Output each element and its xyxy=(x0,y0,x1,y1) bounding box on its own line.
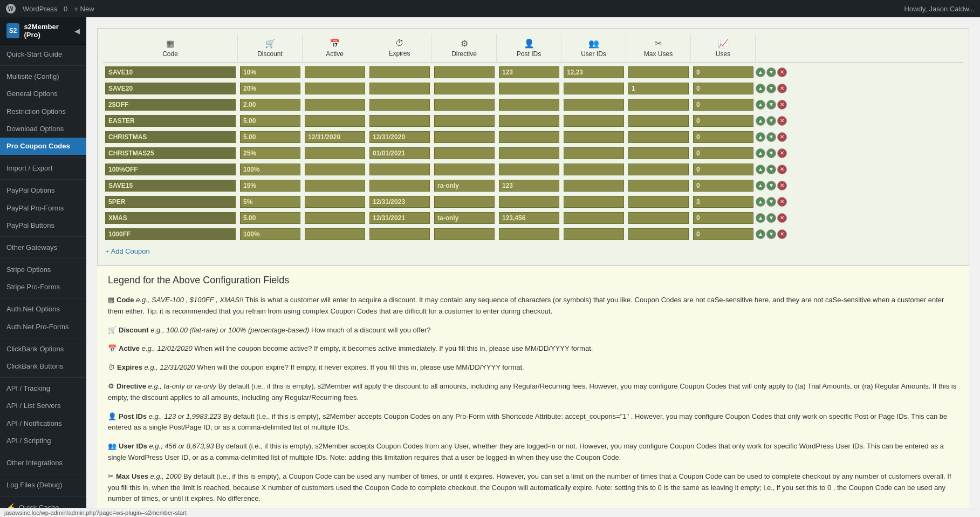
coupon-field-input[interactable] xyxy=(240,164,300,175)
sidebar-item-clickbank-buttons[interactable]: ClickBank Buttons xyxy=(0,358,86,375)
coupon-field-input[interactable] xyxy=(628,83,689,94)
delete-coupon-button[interactable]: ✕ xyxy=(777,100,787,110)
new-bar[interactable]: + New xyxy=(74,5,94,13)
coupon-field-input[interactable] xyxy=(240,180,300,192)
coupon-field-input[interactable] xyxy=(628,131,689,143)
coupon-field-input[interactable] xyxy=(305,147,365,159)
coupon-field-input[interactable] xyxy=(240,66,300,78)
coupon-field-input[interactable] xyxy=(240,212,300,224)
coupon-field-input[interactable] xyxy=(693,147,753,159)
sidebar-item-api-notifications[interactable]: API / Notifications xyxy=(0,415,86,432)
delete-coupon-button[interactable]: ✕ xyxy=(777,132,787,142)
sidebar-item-other-integrations[interactable]: Other Integrations xyxy=(0,454,86,472)
delete-coupon-button[interactable]: ✕ xyxy=(777,84,787,93)
sidebar-item-log-files[interactable]: Log Files (Debug) xyxy=(0,477,86,494)
coupon-field-input[interactable] xyxy=(564,66,624,78)
move-down-button[interactable]: ▼ xyxy=(766,165,776,174)
delete-coupon-button[interactable]: ✕ xyxy=(777,148,787,158)
move-down-button[interactable]: ▼ xyxy=(766,197,776,207)
coupon-field-input[interactable] xyxy=(628,115,689,127)
coupon-field-input[interactable] xyxy=(305,99,365,111)
coupon-field-input[interactable] xyxy=(693,115,753,127)
move-up-button[interactable]: ▲ xyxy=(756,132,765,142)
delete-coupon-button[interactable]: ✕ xyxy=(777,229,787,239)
coupon-field-input[interactable] xyxy=(499,115,559,127)
coupon-code-input[interactable] xyxy=(105,83,236,94)
move-up-button[interactable]: ▲ xyxy=(756,116,765,126)
coupon-field-input[interactable] xyxy=(369,131,430,143)
move-up-button[interactable]: ▲ xyxy=(756,213,765,223)
coupon-field-input[interactable] xyxy=(369,228,430,240)
coupon-field-input[interactable] xyxy=(499,66,559,78)
move-up-button[interactable]: ▲ xyxy=(756,165,765,174)
coupon-field-input[interactable] xyxy=(369,147,430,159)
coupon-field-input[interactable] xyxy=(434,115,495,127)
coupon-field-input[interactable] xyxy=(564,147,624,159)
sidebar-item-api-list-servers[interactable]: API / List Servers xyxy=(0,397,86,414)
sidebar-item-paypal-options[interactable]: PayPal Options xyxy=(0,182,86,199)
coupon-field-input[interactable] xyxy=(628,147,689,159)
move-up-button[interactable]: ▲ xyxy=(756,181,765,191)
coupon-field-input[interactable] xyxy=(564,131,624,143)
move-up-button[interactable]: ▲ xyxy=(756,148,765,158)
move-down-button[interactable]: ▼ xyxy=(766,116,776,126)
move-down-button[interactable]: ▼ xyxy=(766,181,776,191)
delete-coupon-button[interactable]: ✕ xyxy=(777,67,787,77)
coupon-field-input[interactable] xyxy=(434,66,495,78)
coupon-field-input[interactable] xyxy=(434,131,495,143)
sidebar-item-other-gateways[interactable]: Other Gateways xyxy=(0,239,86,256)
coupon-field-input[interactable] xyxy=(305,66,365,78)
coupon-field-input[interactable] xyxy=(434,99,495,111)
move-up-button[interactable]: ▲ xyxy=(756,100,765,110)
sidebar-item-restriction-options[interactable]: Restriction Options xyxy=(0,103,86,120)
delete-coupon-button[interactable]: ✕ xyxy=(777,213,787,223)
coupon-field-input[interactable] xyxy=(305,83,365,94)
sidebar-item-multisite[interactable]: Multisite (Config) xyxy=(0,68,86,85)
coupon-field-input[interactable] xyxy=(434,147,495,159)
coupon-code-input[interactable] xyxy=(105,99,236,111)
coupon-field-input[interactable] xyxy=(499,228,559,240)
coupon-field-input[interactable] xyxy=(305,180,365,192)
sidebar-item-quick-start[interactable]: Quick-Start Guide xyxy=(0,46,86,63)
move-down-button[interactable]: ▼ xyxy=(766,213,776,223)
coupon-field-input[interactable] xyxy=(499,164,559,175)
delete-coupon-button[interactable]: ✕ xyxy=(777,116,787,126)
coupon-field-input[interactable] xyxy=(305,131,365,143)
coupon-field-input[interactable] xyxy=(305,115,365,127)
coupon-field-input[interactable] xyxy=(305,196,365,208)
delete-coupon-button[interactable]: ✕ xyxy=(777,181,787,191)
coupon-field-input[interactable] xyxy=(240,228,300,240)
sidebar-item-paypal-pro-forms[interactable]: PayPal Pro-Forms xyxy=(0,200,86,217)
move-up-button[interactable]: ▲ xyxy=(756,67,765,77)
coupon-field-input[interactable] xyxy=(564,99,624,111)
coupon-field-input[interactable] xyxy=(628,228,689,240)
coupon-field-input[interactable] xyxy=(693,164,753,175)
coupon-field-input[interactable] xyxy=(499,212,559,224)
coupon-field-input[interactable] xyxy=(564,212,624,224)
coupon-field-input[interactable] xyxy=(369,99,430,111)
coupon-field-input[interactable] xyxy=(369,115,430,127)
coupon-field-input[interactable] xyxy=(240,115,300,127)
coupon-field-input[interactable] xyxy=(628,196,689,208)
move-up-button[interactable]: ▲ xyxy=(756,229,765,239)
coupon-field-input[interactable] xyxy=(628,164,689,175)
move-down-button[interactable]: ▼ xyxy=(766,229,776,239)
coupon-field-input[interactable] xyxy=(434,196,495,208)
coupon-field-input[interactable] xyxy=(628,66,689,78)
coupon-field-input[interactable] xyxy=(564,164,624,175)
coupon-field-input[interactable] xyxy=(693,83,753,94)
sidebar-item-general-options[interactable]: General Options xyxy=(0,85,86,103)
sidebar-item-stripe-pro-forms[interactable]: Stripe Pro-Forms xyxy=(0,278,86,296)
coupon-field-input[interactable] xyxy=(240,196,300,208)
coupon-field-input[interactable] xyxy=(434,164,495,175)
coupon-field-input[interactable] xyxy=(564,83,624,94)
coupon-field-input[interactable] xyxy=(434,228,495,240)
coupon-field-input[interactable] xyxy=(693,196,753,208)
coupon-field-input[interactable] xyxy=(564,180,624,192)
coupon-code-input[interactable] xyxy=(105,212,236,224)
coupon-field-input[interactable] xyxy=(434,180,495,192)
coupon-code-input[interactable] xyxy=(105,180,236,192)
add-coupon-button[interactable]: + Add Coupon xyxy=(105,247,150,255)
coupon-field-input[interactable] xyxy=(693,131,753,143)
sidebar-item-api-scripting[interactable]: API / Scripting xyxy=(0,432,86,450)
